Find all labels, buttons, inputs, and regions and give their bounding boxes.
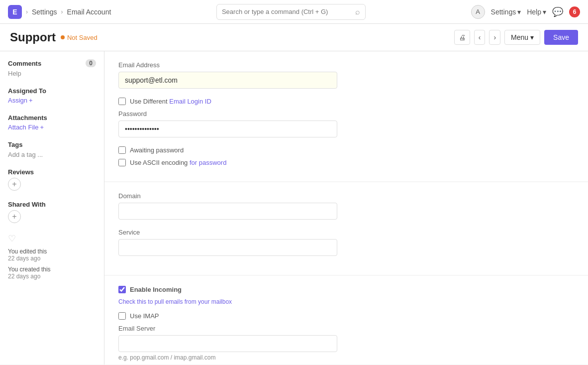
email-address-label: Email Address [118, 61, 574, 69]
sidebar-reviews-section: Reviews + [8, 168, 96, 191]
notification-button[interactable]: 💬 [552, 6, 563, 17]
email-server-group: Email Server e.g. pop.gmail.com / imap.g… [118, 325, 574, 361]
help-nav-link[interactable]: Help ▾ [527, 8, 546, 16]
add-tag-link[interactable]: Add a tag ... [8, 151, 43, 158]
use-different-login-label[interactable]: Use Different Email Login ID [130, 98, 211, 105]
main-layout: Comments 0 Help Assigned To Assign + Att… [0, 51, 588, 365]
comments-count: 0 [86, 59, 96, 67]
email-address-group: Email Address [118, 61, 574, 89]
heart-section: ♡ [8, 233, 96, 244]
awaiting-password-row: Awaiting password [118, 146, 574, 154]
tags-label: Tags [8, 141, 96, 148]
service-input[interactable] [118, 239, 337, 256]
help-link[interactable]: Help [8, 70, 21, 77]
menu-button[interactable]: Menu ▾ [504, 30, 540, 45]
not-saved-text: Not Saved [67, 34, 98, 41]
avatar: A [471, 5, 485, 19]
print-button[interactable]: 🖨 [454, 30, 470, 45]
not-saved-dot [61, 35, 65, 39]
search-icon: ⌕ [355, 7, 360, 16]
password-group: Password [118, 110, 574, 137]
settings-nav-link[interactable]: Settings ▾ [491, 8, 521, 16]
use-different-login-row: Use Different Email Login ID [118, 98, 574, 105]
heart-icon[interactable]: ♡ [8, 234, 16, 243]
service-label: Service [118, 229, 574, 236]
sidebar-assigned-section: Assigned To Assign + [8, 87, 96, 104]
top-nav: E › Settings › Email Account ⌕ A Setting… [0, 0, 588, 24]
enable-incoming-checkbox[interactable] [118, 286, 126, 293]
add-review-button[interactable]: + [8, 178, 21, 191]
page-actions: 🖨 ‹ › Menu ▾ Save [454, 30, 578, 45]
sidebar-attachments-section: Attachments Attach File + [8, 114, 96, 131]
sidebar-created-note: You created this 22 days ago [8, 266, 96, 280]
use-ascii-label[interactable]: Use ASCII encoding for password [130, 159, 226, 166]
search-input[interactable] [222, 8, 353, 15]
page-title: Support [10, 30, 56, 44]
email-password-section: Email Address Use Different Email Login … [104, 51, 588, 181]
use-imap-row: Use IMAP [118, 312, 574, 320]
awaiting-password-label[interactable]: Awaiting password [130, 146, 184, 154]
breadcrumb-email-account[interactable]: Email Account [67, 8, 111, 16]
domain-service-section: Domain Service [104, 182, 588, 275]
app-icon: E [8, 5, 22, 19]
content-area: Email Address Use Different Email Login … [104, 51, 588, 365]
use-imap-label[interactable]: Use IMAP [130, 312, 159, 320]
reviews-label: Reviews [8, 168, 96, 176]
domain-group: Domain [118, 192, 574, 220]
breadcrumb-sep-2: › [61, 8, 63, 15]
password-label: Password [118, 110, 574, 118]
enable-incoming-label[interactable]: Enable Incoming [130, 286, 182, 293]
edited-text: You edited this [8, 248, 96, 255]
enable-incoming-row: Enable Incoming [118, 286, 574, 293]
domain-label: Domain [118, 192, 574, 200]
attachments-label: Attachments [8, 114, 96, 122]
use-ascii-row: Use ASCII encoding for password [118, 159, 574, 166]
save-button[interactable]: Save [544, 30, 578, 45]
breadcrumb-sep-1: › [26, 8, 28, 15]
nav-back-button[interactable]: ‹ [474, 30, 486, 45]
edited-ago: 22 days ago [8, 255, 96, 262]
awaiting-password-checkbox[interactable] [118, 146, 126, 154]
assigned-to-label: Assigned To [8, 87, 96, 95]
domain-input[interactable] [118, 203, 337, 220]
sidebar: Comments 0 Help Assigned To Assign + Att… [0, 51, 104, 365]
email-server-input[interactable] [118, 335, 337, 352]
reviews-add: + [8, 178, 96, 191]
created-text: You created this [8, 266, 96, 273]
attach-file-link[interactable]: Attach File + [8, 123, 96, 131]
use-different-login-checkbox[interactable] [118, 98, 126, 105]
assign-link[interactable]: Assign + [8, 97, 96, 104]
created-ago: 22 days ago [8, 273, 96, 280]
password-input[interactable] [118, 121, 337, 137]
comments-label: Comments 0 [8, 59, 96, 67]
sidebar-tags-section: Tags Add a tag ... [8, 141, 96, 158]
enable-incoming-hint: Check this to pull emails from your mail… [118, 298, 574, 305]
nav-right: A Settings ▾ Help ▾ 💬 6 [471, 5, 580, 19]
sidebar-edited-note: You edited this 22 days ago [8, 248, 96, 262]
use-imap-checkbox[interactable] [118, 312, 126, 320]
search-bar[interactable]: ⌕ [216, 4, 366, 20]
email-server-hint: e.g. pop.gmail.com / imap.gmail.com [118, 354, 574, 361]
not-saved-badge: Not Saved [61, 34, 98, 41]
add-shared-button[interactable]: + [8, 210, 21, 223]
shared-add: + [8, 210, 96, 223]
shared-with-label: Shared With [8, 201, 96, 208]
sidebar-shared-section: Shared With + [8, 201, 96, 223]
sidebar-comments-section: Comments 0 Help [8, 59, 96, 77]
email-address-input[interactable] [118, 72, 337, 89]
breadcrumb-settings[interactable]: Settings [32, 8, 57, 16]
page-title-area: Support Not Saved [10, 30, 98, 44]
nav-forward-button[interactable]: › [489, 30, 500, 45]
use-ascii-checkbox[interactable] [118, 159, 126, 166]
nav-left: E › Settings › Email Account [8, 5, 111, 19]
service-group: Service [118, 229, 574, 256]
notification-badge: 6 [569, 6, 580, 17]
email-server-label: Email Server [118, 325, 574, 332]
page-header: Support Not Saved 🖨 ‹ › Menu ▾ Save [0, 24, 588, 51]
incoming-section: Enable Incoming Check this to pull email… [104, 276, 588, 365]
